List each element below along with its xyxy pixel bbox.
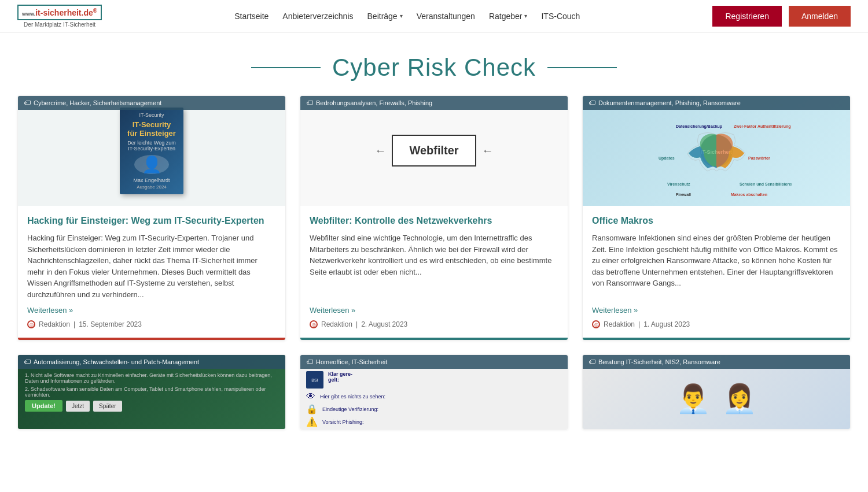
homeoffice-title: Klar gere-gelt: bbox=[328, 371, 352, 383]
arrow-in-icon: ← bbox=[374, 144, 386, 157]
nav-anbieterverzeichnis[interactable]: Anbieterverzeichnis bbox=[282, 12, 353, 21]
card-author-webfilter: Redaktion bbox=[321, 320, 352, 328]
ratgeber-chevron: ▾ bbox=[524, 13, 527, 19]
logo-tagline: Der Marktplatz IT-Sicherheit bbox=[24, 21, 95, 28]
homeoffice-item-1: Hier gibt es nichts zu sehen: bbox=[320, 394, 385, 399]
book-author: Max Engelhardt bbox=[133, 177, 170, 183]
homeoffice-row-1: 👁 Hier gibt es nichts zu sehen: bbox=[306, 391, 562, 402]
card-bar-webfilter bbox=[300, 338, 568, 340]
arrow-out-icon: ← bbox=[482, 144, 494, 157]
card-tag-bar-webfilter: 🏷 Bedrohungsanalysen, Firewalls, Phishin… bbox=[300, 96, 568, 110]
card-title-makros[interactable]: Office Makros bbox=[592, 215, 841, 227]
nav-beitraege[interactable]: Beiträge ▾ bbox=[367, 12, 403, 21]
webfilter-box-label: Webfilter bbox=[392, 135, 476, 167]
card-webfilter: ← Webfilter ← 🏷 Bedrohungsanalysen, Fire… bbox=[300, 95, 568, 341]
card-title-webfilter[interactable]: Webfilter: Kontrolle des Netzwekverkehrs bbox=[310, 215, 558, 227]
bottom-cards-grid: 🏷 Automatisierung, Schwachstellen- und P… bbox=[17, 354, 851, 430]
beitraege-chevron: ▾ bbox=[400, 13, 403, 19]
person1-figure: 👨‍💼 bbox=[676, 383, 711, 415]
cards-grid: IT-Security IT-Securityfür Einsteiger De… bbox=[17, 95, 851, 341]
tag-icon-webfilter: 🏷 bbox=[306, 99, 313, 107]
svg-text:Passwörter: Passwörter bbox=[748, 156, 770, 160]
weiterlesen-webfilter[interactable]: Weiterlesen » bbox=[310, 306, 558, 315]
meta-icon-makros: ◎ bbox=[592, 320, 600, 328]
webfilter-diagram: ← Webfilter ← bbox=[374, 135, 493, 167]
logo[interactable]: www.it-sicherheit.de® Der Marktplatz IT-… bbox=[17, 5, 102, 28]
card-author-hacking: Redaktion bbox=[39, 320, 70, 328]
weiterlesen-makros[interactable]: Weiterlesen » bbox=[592, 306, 841, 315]
svg-text:Zwei-Faktor Authentifizierung: Zwei-Faktor Authentifizierung bbox=[734, 124, 791, 129]
puzzle-illustration: IT-Sicherheit Datensicherung/Backup Zwei… bbox=[583, 96, 850, 206]
card-excerpt-hacking: Hacking für Einsteiger: Weg zum IT-Secur… bbox=[27, 232, 276, 300]
cards-section: IT-Security IT-Securityfür Einsteiger De… bbox=[0, 95, 868, 447]
jetzt-btn[interactable]: Jetzt bbox=[66, 401, 90, 412]
bottom-card-image-homeoffice: 🏷 Homeoffice, IT-Sicherheit BSI Klar ger… bbox=[300, 355, 568, 429]
register-button[interactable]: Registrieren bbox=[712, 6, 781, 27]
person2-icon: 👩‍💼 bbox=[722, 383, 757, 415]
card-excerpt-webfilter: Webfilter sind eine wichtige Technologie… bbox=[310, 232, 558, 300]
update-button-row: Update! Jetzt Später bbox=[25, 400, 278, 412]
book-person-icon: 👤 bbox=[134, 155, 169, 174]
card-image-makros: IT-Sicherheit Datensicherung/Backup Zwei… bbox=[583, 96, 850, 206]
bottom-card-image-patch: 🏷 Automatisierung, Schwachstellen- und P… bbox=[18, 355, 285, 429]
card-title-hacking[interactable]: Hacking für Einsteiger: Weg zum IT-Secur… bbox=[27, 215, 276, 227]
card-date-makros: 1. August 2023 bbox=[643, 320, 690, 328]
homeoffice-item-3: Eindeutige Verifizierung: bbox=[322, 406, 378, 412]
meta-separator-hacking: | bbox=[73, 320, 75, 328]
spaeter-btn[interactable]: Später bbox=[93, 401, 122, 412]
nav-startseite[interactable]: Startseite bbox=[234, 12, 269, 21]
bottom-card-patch: 🏷 Automatisierung, Schwachstellen- und P… bbox=[17, 354, 286, 430]
tag-icon-hacking: 🏷 bbox=[24, 99, 31, 107]
bottom-card-image-beratung: 🏷 Beratung IT-Sicherheit, NIS2, Ransomwa… bbox=[583, 355, 850, 429]
card-image-inner-hacking: IT-Security IT-Securityfür Einsteiger De… bbox=[18, 96, 285, 206]
homeoffice-row-3: ⚠️ Vorsicht Phishing: bbox=[306, 416, 562, 427]
nav-veranstaltungen[interactable]: Veranstaltungen bbox=[417, 12, 475, 21]
eye-icon: 👁 bbox=[306, 391, 315, 402]
svg-text:Makros abschalten: Makros abschalten bbox=[731, 193, 767, 197]
book-illustration: IT-Security IT-Securityfür Einsteiger De… bbox=[120, 108, 183, 194]
card-date-hacking: 15. September 2023 bbox=[79, 320, 142, 328]
meta-separator-webfilter: | bbox=[356, 320, 358, 328]
svg-text:Datensicherung/Backup: Datensicherung/Backup bbox=[676, 124, 722, 129]
card-body-webfilter: Webfilter: Kontrolle des Netzwekverkehrs… bbox=[300, 206, 568, 338]
logo-name: it-sicherheit.de bbox=[35, 8, 93, 17]
homeoffice-item-5: Vorsicht Phishing: bbox=[322, 419, 364, 425]
meta-icon-hacking: ◎ bbox=[27, 320, 35, 328]
card-tag-bar-makros: 🏷 Dokumentenmanagement, Phishing, Ransom… bbox=[583, 96, 850, 110]
bottom-card-tags-beratung: Beratung IT-Sicherheit, NIS2, Ransomware bbox=[598, 358, 720, 365]
tag-icon-patch: 🏷 bbox=[24, 358, 31, 366]
webfilter-illustration: ← Webfilter ← bbox=[300, 96, 568, 206]
tag-icon-makros: 🏷 bbox=[589, 99, 595, 107]
bottom-tag-bar-patch: 🏷 Automatisierung, Schwachstellen- und P… bbox=[18, 355, 285, 369]
svg-text:Virenschutz: Virenschutz bbox=[667, 182, 690, 186]
bottom-card-beratung: 🏷 Beratung IT-Sicherheit, NIS2, Ransomwa… bbox=[582, 354, 851, 430]
header-buttons: Registrieren Anmelden bbox=[712, 6, 851, 27]
bottom-card-tags-patch: Automatisierung, Schwachstellen- und Pat… bbox=[34, 358, 199, 365]
header: www.it-sicherheit.de® Der Marktplatz IT-… bbox=[0, 0, 868, 33]
svg-text:Schulen und Sensibilisieren: Schulen und Sensibilisieren bbox=[740, 182, 792, 186]
nav-ratgeber[interactable]: Ratgeber ▾ bbox=[489, 12, 528, 21]
homeoffice-header-text: Klar gere-gelt: bbox=[328, 371, 352, 383]
weiterlesen-hacking[interactable]: Weiterlesen » bbox=[27, 306, 276, 315]
main-nav: Startseite Anbieterverzeichnis Beiträge … bbox=[234, 12, 580, 21]
card-meta-webfilter: ◎ Redaktion | 2. August 2023 bbox=[310, 320, 558, 328]
card-meta-hacking: ◎ Redaktion | 15. September 2023 bbox=[27, 320, 276, 328]
card-image-webfilter: ← Webfilter ← 🏷 Bedrohungsanalysen, Fire… bbox=[300, 96, 568, 206]
nav-its-couch[interactable]: ITS-Couch bbox=[541, 12, 580, 21]
page-title: Cyber Risk Check bbox=[332, 54, 536, 82]
meta-separator-makros: | bbox=[638, 320, 640, 328]
card-tags-hacking: Cybercrime, Hacker, Sicherheitsmanagemen… bbox=[34, 99, 161, 106]
login-button[interactable]: Anmelden bbox=[789, 6, 851, 27]
puzzle-svg: IT-Sicherheit Datensicherung/Backup Zwei… bbox=[641, 105, 792, 197]
card-author-makros: Redaktion bbox=[604, 320, 635, 328]
bsi-icon: BSI bbox=[306, 371, 323, 389]
card-date-webfilter: 2. August 2023 bbox=[361, 320, 407, 328]
title-line-left bbox=[251, 67, 321, 68]
bottom-card-tags-homeoffice: Homeoffice, IT-Sicherheit bbox=[316, 358, 387, 365]
card-bar-hacking bbox=[18, 338, 285, 340]
update-text-2: 2. Schadsoftware kann sensible Daten am … bbox=[25, 386, 278, 398]
bottom-tag-bar-homeoffice: 🏷 Homeoffice, IT-Sicherheit bbox=[300, 355, 568, 369]
book-year: Ausgabe 2024 bbox=[137, 184, 167, 190]
card-image-hacking: IT-Security IT-Securityfür Einsteiger De… bbox=[18, 96, 285, 206]
card-hacking: IT-Security IT-Securityfür Einsteiger De… bbox=[17, 95, 286, 341]
